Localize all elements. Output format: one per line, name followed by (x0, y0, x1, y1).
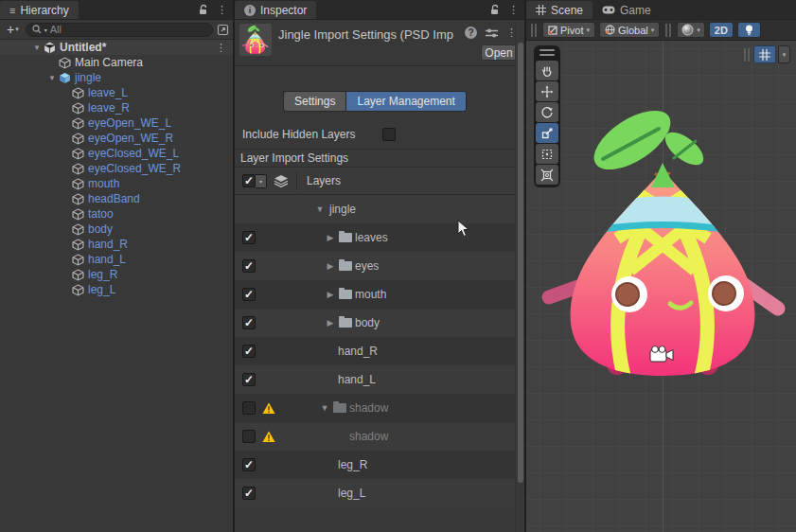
search-filter-caret-icon[interactable]: ▾ (44, 27, 47, 33)
layer-checkbox[interactable] (242, 316, 256, 329)
hierarchy-item[interactable]: ▼ ▶ hand_L ⋮ (0, 252, 233, 267)
tab-game[interactable]: Game (593, 1, 661, 19)
tab-hierarchy[interactable]: ≡ Hierarchy (0, 1, 79, 19)
rotate-tool[interactable] (536, 102, 558, 122)
foldout-expanded-icon[interactable]: ▼ (313, 204, 327, 214)
layer-checkbox[interactable] (242, 487, 256, 500)
search-field[interactable]: ▾ (26, 23, 213, 37)
global-button[interactable]: Global▾ (599, 22, 660, 38)
inspector-menu-icon[interactable]: ⋮ (508, 5, 519, 15)
foldout-expanded-icon[interactable]: ▼ (30, 44, 44, 52)
hierarchy-item[interactable]: ▼ ▶ leg_R ⋮ (0, 267, 233, 282)
folder-icon (339, 233, 352, 242)
lock-icon[interactable] (490, 4, 501, 15)
layer-checkbox[interactable] (242, 401, 256, 415)
hierarchy-item[interactable]: ▼ ▶ eyeOpen_WE_R ⋮ (0, 131, 233, 146)
hierarchy-item[interactable]: ▼ ▶ Main Camera ⋮ (0, 55, 233, 70)
pivot-button[interactable]: Pivot▾ (542, 22, 595, 38)
hierarchy-item[interactable]: ▼ ▶ eyeOpen_WE_L ⋮ (0, 115, 233, 131)
toolbar-handle[interactable] (665, 24, 671, 37)
open-button[interactable]: Open (481, 44, 517, 61)
tab-layer-management[interactable]: Layer Management (345, 91, 466, 112)
toolbar-handle[interactable] (531, 24, 537, 37)
hierarchy-item-label: headBand (88, 192, 140, 205)
hierarchy-item[interactable]: ▼ ▶ eyeClosed_WE_L ⋮ (0, 146, 233, 161)
jingle[interactable]: ▼ ▶ jingle (235, 195, 515, 223)
transform-tool[interactable] (536, 165, 558, 185)
warning-icon (262, 431, 275, 443)
body[interactable]: ▼ ▶ body (235, 309, 515, 337)
cube-icon (72, 208, 84, 221)
foldout-collapsed-icon[interactable]: ▶ (324, 290, 337, 299)
hierarchy-item[interactable]: ▼ ▶ hand_R ⋮ (0, 237, 233, 252)
toggle-all-checkbox[interactable] (242, 174, 256, 187)
hierarchy-item[interactable]: ▼ ▶ leave_R ⋮ (0, 100, 233, 115)
layer-checkbox[interactable] (242, 458, 256, 471)
foldout-collapsed-icon[interactable]: ▶ (324, 233, 337, 242)
hierarchy-item[interactable]: ▼ ▶ tatoo ⋮ (0, 206, 233, 222)
jingle-character[interactable] (526, 41, 796, 532)
layer-checkbox[interactable] (242, 231, 256, 244)
include-hidden-layers-checkbox[interactable] (382, 128, 396, 141)
search-input[interactable] (50, 24, 206, 35)
hierarchy-item[interactable]: ▼ ▶ Untitled* ⋮ (0, 40, 233, 55)
hierarchy-item[interactable]: ▼ ▶ eyeClosed_WE_R ⋮ (0, 161, 233, 176)
toggle-all-caret-icon[interactable]: ▾ (256, 174, 267, 188)
layer-checkbox[interactable] (242, 430, 256, 443)
scrollbar-thumb[interactable] (518, 43, 523, 483)
layer-checkbox[interactable] (242, 288, 256, 301)
shading-mode-button[interactable]: ▾ (677, 22, 705, 38)
help-icon[interactable]: ? (465, 27, 477, 39)
rect-tool[interactable] (536, 144, 558, 164)
scale-tool[interactable] (536, 123, 558, 143)
hierarchy-tabbar: ≡ Hierarchy ⋮ (0, 0, 233, 20)
hierarchy-item-label: hand_L (88, 253, 126, 266)
hierarchy-item[interactable]: ▼ ▶ body ⋮ (0, 222, 233, 237)
foldout-collapsed-icon[interactable]: ▶ (324, 261, 337, 271)
hierarchy-item[interactable]: ▼ ▶ leg_L ⋮ (0, 282, 233, 297)
grid-options-caret[interactable]: ▾ (778, 45, 790, 63)
hand_R[interactable]: ▼ ▶ hand_R (235, 337, 515, 365)
layer-checkbox[interactable] (242, 373, 256, 386)
inspector-scrollbar[interactable] (515, 20, 524, 532)
hierarchy-item[interactable]: ▼ ▶ headBand ⋮ (0, 191, 233, 206)
mode-2d-button[interactable]: 2D (709, 22, 734, 38)
move-tool[interactable] (536, 81, 558, 101)
inspector-panel: i Inspector ⋮ Jingle Import Settings (PS… (235, 0, 524, 532)
grid-toggle-button[interactable] (753, 45, 776, 63)
tab-scene[interactable]: Scene (526, 1, 593, 19)
mouth[interactable]: ▼ ▶ mouth (235, 280, 515, 309)
overlay-handle[interactable] (744, 48, 750, 62)
tools-drag-handle[interactable] (534, 45, 560, 60)
shadow[interactable]: ▼ ▶ shadow (235, 422, 515, 451)
view-tool[interactable] (536, 61, 558, 80)
leg_R[interactable]: ▼ ▶ leg_R (235, 451, 515, 479)
leg_L[interactable]: ▼ ▶ leg_L (235, 479, 515, 507)
lock-icon[interactable] (199, 4, 209, 15)
foldout-expanded-icon[interactable]: ▼ (45, 74, 59, 82)
hierarchy-item-label: leg_R (88, 268, 117, 281)
eyes[interactable]: ▼ ▶ eyes (235, 252, 515, 280)
layer-checkbox[interactable] (242, 345, 256, 358)
inspector-tabbar: i Inspector ⋮ (235, 0, 524, 20)
add-object-button[interactable]: +▾ (4, 22, 22, 37)
hierarchy-item[interactable]: ▼ ▶ jingle ⋮ (0, 70, 233, 85)
hand_L[interactable]: ▼ ▶ hand_L (235, 365, 515, 394)
scene-viewport[interactable]: ▾ (526, 41, 796, 532)
scene-lighting-button[interactable] (737, 22, 761, 38)
hierarchy-menu-icon[interactable]: ⋮ (217, 5, 227, 15)
shadow[interactable]: ▼ ▶ shadow (235, 394, 515, 422)
tab-settings[interactable]: Settings (283, 91, 345, 112)
cube-icon (72, 254, 84, 266)
presets-icon[interactable] (486, 27, 498, 39)
hierarchy-item[interactable]: ▼ ▶ leave_L ⋮ (0, 85, 233, 100)
camera-gizmo[interactable] (650, 346, 673, 362)
open-search-window-icon[interactable] (217, 24, 229, 36)
tab-inspector[interactable]: i Inspector (235, 1, 316, 19)
foldout-collapsed-icon[interactable]: ▶ (324, 318, 337, 328)
leaves[interactable]: ▼ ▶ leaves (235, 223, 515, 252)
layer-checkbox[interactable] (242, 259, 256, 273)
foldout-expanded-icon[interactable]: ▼ (318, 403, 331, 413)
hierarchy-item[interactable]: ▼ ▶ mouth ⋮ (0, 176, 233, 191)
scene-menu-icon[interactable]: ⋮ (216, 43, 233, 53)
